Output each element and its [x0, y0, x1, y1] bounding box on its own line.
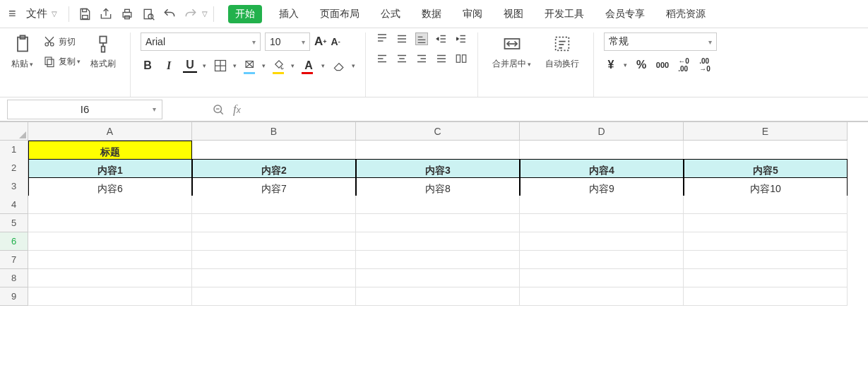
- font-size-combo[interactable]: 10▾: [265, 32, 310, 51]
- format-painter-button[interactable]: 格式刷: [86, 32, 120, 71]
- currency-icon[interactable]: ¥: [604, 58, 618, 72]
- cell-A7[interactable]: [28, 251, 192, 269]
- align-right-icon[interactable]: [415, 52, 428, 65]
- percent-icon[interactable]: %: [634, 58, 648, 72]
- row-header-8[interactable]: 8: [0, 269, 28, 287]
- tab-review[interactable]: 审阅: [458, 5, 487, 23]
- row-header-7[interactable]: 7: [0, 251, 28, 269]
- cell-B6[interactable]: [192, 232, 356, 251]
- save-icon[interactable]: [75, 4, 95, 24]
- row-header-6[interactable]: 6: [0, 232, 28, 251]
- underline-icon[interactable]: U: [183, 59, 197, 73]
- col-header-D[interactable]: D: [520, 122, 684, 141]
- cell-B4[interactable]: [192, 196, 356, 214]
- row-header-5[interactable]: 5: [0, 214, 28, 232]
- cell-E4[interactable]: [684, 196, 848, 214]
- fx-icon[interactable]: fx: [233, 102, 241, 117]
- tab-view[interactable]: 视图: [499, 5, 528, 23]
- fill-color-icon[interactable]: [273, 58, 285, 73]
- align-bottom-icon[interactable]: [415, 32, 428, 45]
- cell-B8[interactable]: [192, 269, 356, 287]
- tab-data[interactable]: 数据: [417, 5, 446, 23]
- align-middle-icon[interactable]: [396, 32, 408, 45]
- increase-indent-icon[interactable]: [455, 32, 468, 45]
- formula-input[interactable]: [241, 100, 868, 119]
- borders-icon[interactable]: [213, 59, 227, 73]
- cell-E8[interactable]: [684, 269, 848, 287]
- decrease-font-icon[interactable]: A-: [331, 36, 340, 47]
- cell-C4[interactable]: [356, 196, 520, 214]
- distribute-icon[interactable]: [455, 52, 468, 65]
- cell-A5[interactable]: [28, 214, 192, 232]
- cell-C9[interactable]: [356, 287, 520, 306]
- eraser-icon[interactable]: [332, 59, 346, 73]
- hamburger-icon[interactable]: ≡: [6, 6, 19, 21]
- tab-developer[interactable]: 开发工具: [540, 5, 588, 23]
- cell-D9[interactable]: [520, 287, 684, 306]
- italic-icon[interactable]: I: [162, 59, 176, 73]
- name-box[interactable]: I6 ▾: [7, 100, 162, 119]
- file-menu-button[interactable]: 文件 ▽: [20, 4, 63, 23]
- font-color-icon[interactable]: A: [302, 59, 316, 73]
- cell-E7[interactable]: [684, 251, 848, 269]
- increase-decimal-icon[interactable]: ←0.00: [677, 58, 691, 72]
- cell-D7[interactable]: [520, 251, 684, 269]
- cell-E6[interactable]: [684, 232, 848, 251]
- decrease-decimal-icon[interactable]: .00→0: [698, 58, 712, 72]
- cell-A4[interactable]: [28, 196, 192, 214]
- select-all-corner[interactable]: [0, 122, 28, 141]
- row-header-4[interactable]: 4: [0, 196, 28, 214]
- align-left-icon[interactable]: [376, 52, 388, 65]
- print-preview-icon[interactable]: [138, 4, 158, 24]
- tab-member[interactable]: 会员专享: [601, 5, 649, 23]
- cell-C5[interactable]: [356, 214, 520, 232]
- tab-insert[interactable]: 插入: [275, 5, 303, 23]
- wrap-text-button[interactable]: 自动换行: [541, 32, 583, 71]
- cell-A8[interactable]: [28, 269, 192, 287]
- comma-style-icon[interactable]: 000: [655, 58, 670, 72]
- print-icon[interactable]: [117, 4, 137, 24]
- undo-icon[interactable]: [160, 4, 179, 24]
- tab-resources[interactable]: 稻壳资源: [662, 5, 710, 23]
- tab-page-layout[interactable]: 页面布局: [316, 5, 364, 23]
- copy-button[interactable]: 复制▾: [42, 54, 82, 69]
- font-name-combo[interactable]: Arial▾: [141, 32, 261, 51]
- align-center-icon[interactable]: [396, 52, 408, 65]
- cell-E5[interactable]: [684, 214, 848, 232]
- qat-dropdown-icon[interactable]: ▽: [202, 10, 208, 18]
- col-header-B[interactable]: B: [192, 122, 356, 141]
- cancel-fx-icon[interactable]: [212, 103, 225, 116]
- merge-center-button[interactable]: 合并居中▾: [488, 32, 535, 71]
- cell-C6[interactable]: [356, 232, 520, 251]
- cell-C7[interactable]: [356, 251, 520, 269]
- decrease-indent-icon[interactable]: [435, 32, 448, 45]
- tab-home[interactable]: 开始: [228, 5, 262, 23]
- cut-button[interactable]: 剪切: [42, 34, 82, 49]
- justify-icon[interactable]: [435, 52, 448, 65]
- align-top-icon[interactable]: [376, 32, 388, 45]
- cell-E9[interactable]: [684, 287, 848, 306]
- cell-C8[interactable]: [356, 269, 520, 287]
- row-header-9[interactable]: 9: [0, 287, 28, 306]
- cell-D4[interactable]: [520, 196, 684, 214]
- increase-font-icon[interactable]: A+: [314, 35, 327, 49]
- cell-style-icon[interactable]: [244, 58, 256, 73]
- copy-label: 复制: [59, 56, 76, 68]
- cell-D6[interactable]: [520, 232, 684, 251]
- share-icon[interactable]: [96, 4, 116, 24]
- redo-icon[interactable]: [181, 4, 201, 24]
- tab-formulas[interactable]: 公式: [376, 5, 405, 23]
- paste-button[interactable]: 粘贴▾: [7, 32, 37, 71]
- col-header-C[interactable]: C: [356, 122, 520, 141]
- cell-B5[interactable]: [192, 214, 356, 232]
- bold-icon[interactable]: B: [141, 59, 155, 73]
- cell-B7[interactable]: [192, 251, 356, 269]
- number-format-combo[interactable]: 常规▾: [604, 32, 717, 51]
- cell-D8[interactable]: [520, 269, 684, 287]
- cell-B9[interactable]: [192, 287, 356, 306]
- cell-D5[interactable]: [520, 214, 684, 232]
- col-header-E[interactable]: E: [684, 122, 848, 141]
- col-header-A[interactable]: A: [28, 122, 192, 141]
- cell-A6[interactable]: [28, 232, 192, 251]
- cell-A9[interactable]: [28, 287, 192, 306]
